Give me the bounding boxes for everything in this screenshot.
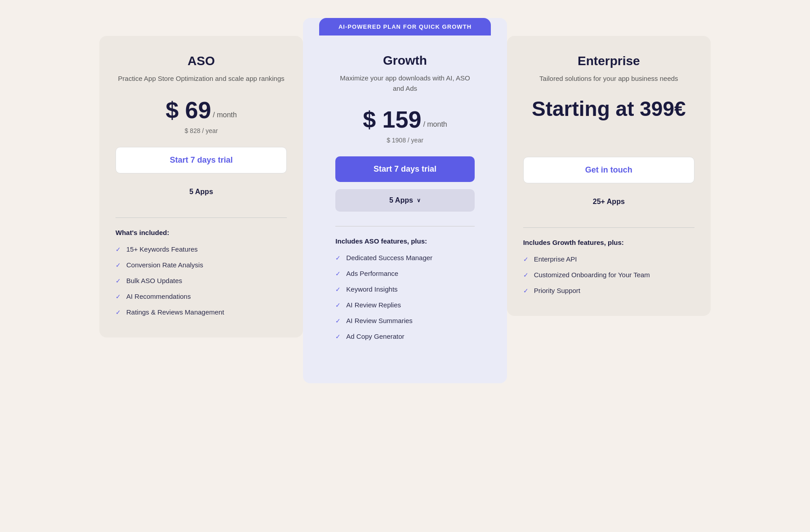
feature-item: ✓ AI Recommendations (116, 293, 287, 300)
plan-card-growth: AI-POWERED PLAN FOR QUICK GROWTH Growth … (303, 18, 507, 383)
plan-name-aso: ASO (116, 54, 287, 68)
apps-label-aso: 5 Apps (189, 188, 213, 196)
features-heading-aso: What's included: (116, 229, 287, 236)
price-block-growth: $ 159 / month (335, 106, 474, 133)
plan-card-enterprise: Enterprise Tailored solutions for your a… (507, 36, 711, 316)
feature-item: ✓ Dedicated Success Manager (335, 254, 474, 262)
feature-item: ✓ Enterprise API (523, 255, 694, 263)
plan-description-growth: Maximize your app downloads with AI, ASO… (335, 73, 474, 93)
feature-text: Dedicated Success Manager (346, 254, 432, 262)
price-value-aso: $ 69 (165, 97, 211, 124)
growth-content: Growth Maximize your app downloads with … (319, 35, 490, 362)
feature-text: Ad Copy Generator (346, 332, 404, 340)
price-yearly-aso: $ 828 / year (116, 127, 287, 134)
price-enterprise: Starting at 399€ (523, 97, 694, 121)
price-block-aso: $ 69 / month (116, 97, 287, 124)
divider-enterprise (523, 227, 694, 228)
feature-text: Bulk ASO Updates (126, 277, 182, 284)
feature-text: Ratings & Reviews Management (126, 308, 224, 316)
feature-text: Customized Onboarding for Your Team (534, 271, 650, 279)
feature-item: ✓ AI Review Summaries (335, 317, 474, 324)
features-heading-growth: Includes ASO features, plus: (335, 237, 474, 245)
check-icon: ✓ (116, 246, 121, 253)
feature-list-aso: ✓ 15+ Keywords Features ✓ Conversion Rat… (116, 245, 287, 316)
features-heading-enterprise: Includes Growth features, plus: (523, 239, 694, 246)
check-icon: ✓ (116, 293, 121, 300)
feature-item: ✓ Conversion Rate Analysis (116, 261, 287, 269)
feature-text: AI Recommendations (126, 293, 191, 300)
divider-aso (116, 217, 287, 218)
feature-text: Conversion Rate Analysis (126, 261, 203, 269)
check-icon: ✓ (523, 287, 529, 294)
check-icon: ✓ (335, 317, 341, 324)
feature-item: ✓ Ad Copy Generator (335, 332, 474, 340)
feature-text: AI Review Summaries (346, 317, 413, 324)
divider-growth (335, 226, 474, 226)
check-icon: ✓ (335, 254, 341, 262)
check-icon: ✓ (335, 286, 341, 293)
feature-item: ✓ Keyword Insights (335, 285, 474, 293)
plan-description-enterprise: Tailored solutions for your app business… (523, 74, 694, 84)
price-yearly-growth: $ 1908 / year (335, 137, 474, 144)
feature-item: ✓ Bulk ASO Updates (116, 277, 287, 284)
cta-button-aso[interactable]: Start 7 days trial (116, 147, 287, 173)
plan-description-aso: Practice App Store Optimization and scal… (116, 74, 287, 84)
feature-item: ✓ 15+ Keywords Features (116, 245, 287, 253)
pricing-container: ASO Practice App Store Optimization and … (99, 18, 711, 383)
check-icon: ✓ (523, 256, 529, 263)
apps-label-enterprise: 25+ Apps (593, 198, 625, 206)
feature-item: ✓ Ads Performance (335, 270, 474, 277)
price-period-aso: / month (213, 111, 237, 119)
feature-item: ✓ AI Review Replies (335, 301, 474, 309)
feature-text: Enterprise API (534, 255, 577, 263)
apps-selector-aso: 5 Apps (116, 181, 287, 203)
feature-list-enterprise: ✓ Enterprise API ✓ Customized Onboarding… (523, 255, 694, 294)
check-icon: ✓ (335, 301, 341, 309)
apps-selector-growth[interactable]: 5 Apps ∨ (335, 189, 474, 212)
plan-card-aso: ASO Practice App Store Optimization and … (99, 36, 303, 337)
feature-item: ✓ Priority Support (523, 287, 694, 294)
check-icon: ✓ (335, 333, 341, 340)
check-icon: ✓ (116, 309, 121, 316)
feature-item: ✓ Customized Onboarding for Your Team (523, 271, 694, 279)
feature-text: 15+ Keywords Features (126, 245, 198, 253)
price-period-growth: / month (423, 120, 447, 129)
feature-item: ✓ Ratings & Reviews Management (116, 308, 287, 316)
apps-label-growth: 5 Apps (389, 196, 413, 204)
apps-selector-enterprise: 25+ Apps (523, 191, 694, 213)
growth-badge: AI-POWERED PLAN FOR QUICK GROWTH (319, 18, 490, 35)
check-icon: ✓ (335, 270, 341, 277)
price-value-growth: $ 159 (363, 106, 421, 133)
feature-list-growth: ✓ Dedicated Success Manager ✓ Ads Perfor… (335, 254, 474, 340)
check-icon: ✓ (523, 271, 529, 279)
chevron-down-icon: ∨ (417, 197, 421, 204)
feature-text: Ads Performance (346, 270, 398, 277)
check-icon: ✓ (116, 262, 121, 269)
price-main-growth: $ 159 / month (363, 106, 447, 133)
check-icon: ✓ (116, 277, 121, 284)
feature-text: AI Review Replies (346, 301, 401, 309)
price-main-aso: $ 69 / month (165, 97, 237, 124)
plan-name-enterprise: Enterprise (523, 54, 694, 68)
cta-button-enterprise[interactable]: Get in touch (523, 157, 694, 183)
cta-button-growth[interactable]: Start 7 days trial (335, 156, 474, 182)
plan-name-growth: Growth (335, 53, 474, 68)
feature-text: Keyword Insights (346, 285, 397, 293)
feature-text: Priority Support (534, 287, 580, 294)
